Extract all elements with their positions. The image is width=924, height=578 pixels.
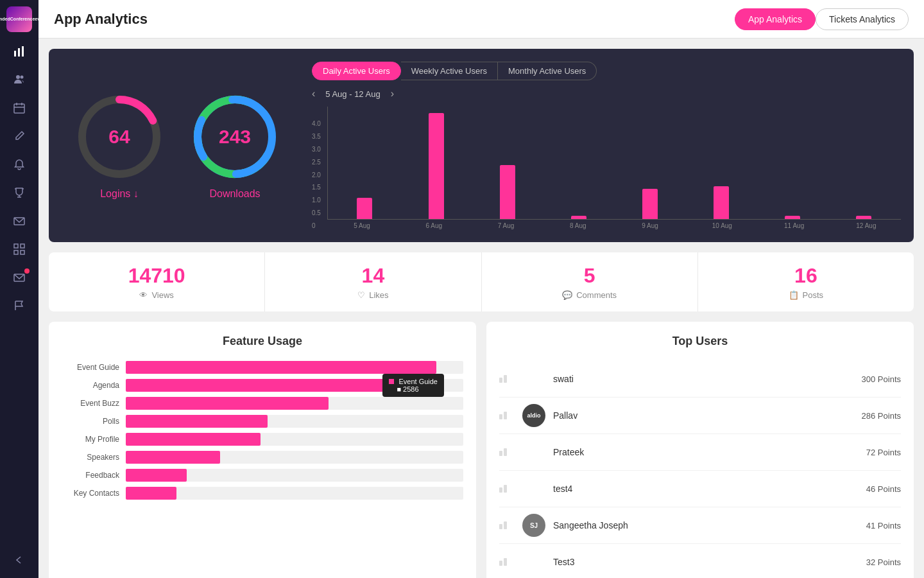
x-label-8aug: 8 Aug (543, 222, 613, 229)
feature-track-event-guide (126, 361, 463, 374)
bar-10aug (687, 186, 756, 219)
feature-fill-speakers (126, 451, 220, 464)
x-label-12aug: 12 Aug (832, 222, 901, 229)
chart-header: Daily Active Users Weekly Active Users M… (312, 62, 901, 80)
rank-bar-1 (499, 451, 502, 456)
y-axis: 4.0 3.5 3.0 2.5 2.0 1.5 1.0 0.5 0 (312, 120, 321, 229)
feature-label-key-contacts: Key Contacts (62, 489, 119, 498)
feature-label-my-profile: My Profile (62, 435, 119, 444)
rank-bar-2 (504, 375, 507, 383)
bar-fill-6aug (429, 113, 444, 219)
x-axis-labels: 5 Aug 6 Aug 7 Aug 8 Aug 9 Aug 10 Aug 11 … (327, 222, 901, 229)
chart-prev-arrow[interactable]: ‹ (312, 88, 315, 100)
feature-usage-chart: Event Guide ■ 2586 Event Guide Agenda (62, 361, 463, 500)
feature-row-event-guide: Event Guide (62, 361, 463, 374)
header: App Analytics App Analytics Tickets Anal… (38, 0, 924, 39)
feature-usage-panel: Feature Usage Event Guide ■ 2586 Event G… (49, 322, 476, 578)
logins-circle: 64 (74, 92, 164, 182)
feature-fill-my-profile (126, 433, 261, 446)
y-label-20: 2.0 (312, 171, 321, 179)
feature-row-feedback: Feedback (62, 469, 463, 482)
feature-row-polls: Polls (62, 415, 463, 428)
rank-bars-sangeetha (499, 521, 515, 529)
content-area: 64 Logins ↓ 243 Downloads (38, 39, 924, 578)
tab-app-analytics[interactable]: App Analytics (735, 8, 816, 30)
bar-fill-11aug (785, 216, 800, 219)
stats-row: 14710 👁 Views 14 ♡ Likes 5 💬 Comments (49, 252, 914, 311)
feature-fill-feedback (126, 469, 187, 482)
y-label-10: 1.0 (312, 197, 321, 204)
stat-likes-label: ♡ Likes (357, 290, 388, 300)
top-users-title: Top Users (499, 335, 901, 348)
stat-posts: 16 📋 Posts (698, 252, 914, 311)
stat-likes: 14 ♡ Likes (265, 252, 481, 311)
stat-comments-label: 💬 Comments (562, 290, 617, 300)
svg-rect-2 (22, 46, 24, 57)
user-points-sangeetha: 41 Points (866, 521, 901, 530)
user-points-test4: 46 Points (866, 484, 901, 494)
sidebar-item-envelope[interactable] (6, 209, 32, 232)
user-row-prateek: Prateek 72 Points (499, 434, 901, 471)
sidebar-item-trophy[interactable] (6, 181, 32, 204)
feature-row-event-buzz: Event Buzz (62, 397, 463, 410)
sidebar-item-flag[interactable] (6, 294, 32, 317)
stat-views-label: 👁 Views (139, 290, 173, 300)
y-label-15: 1.5 (312, 184, 321, 191)
sidebar: Branded Conference event (0, 0, 38, 578)
rank-bar-2 (504, 448, 507, 456)
main-content: App Analytics App Analytics Tickets Anal… (38, 0, 924, 578)
tab-daily[interactable]: Daily Active Users (312, 62, 401, 80)
sidebar-item-edit[interactable] (6, 125, 32, 148)
feature-track-polls (126, 415, 463, 428)
feature-row-agenda: Agenda (62, 379, 463, 392)
user-points-prateek: 72 Points (866, 448, 901, 457)
y-label-30: 3.0 (312, 146, 321, 153)
feature-label-event-buzz: Event Buzz (62, 399, 119, 408)
user-name-test3: Test3 (553, 557, 859, 567)
x-label-9aug: 9 Aug (615, 222, 685, 229)
chart-next-arrow[interactable]: › (391, 88, 394, 100)
tab-tickets-analytics[interactable]: Tickets Analytics (816, 8, 909, 30)
tab-monthly[interactable]: Monthly Active Users (498, 62, 597, 80)
logins-value: 64 (108, 126, 130, 148)
sidebar-item-users[interactable] (6, 68, 32, 91)
user-row-test3: Test3 32 Points (499, 544, 901, 578)
page-title: App Analytics (54, 11, 148, 28)
user-row-test4: test4 46 Points (499, 471, 901, 507)
rank-bars-pallav (499, 412, 515, 419)
bottom-section: Feature Usage Event Guide ■ 2586 Event G… (49, 322, 914, 578)
bar-fill-10aug (714, 186, 729, 219)
feature-row-speakers: Speakers (62, 451, 463, 464)
rank-bar-2 (504, 521, 507, 529)
tab-weekly[interactable]: Weekly Active Users (401, 62, 498, 80)
sidebar-item-back[interactable] (6, 548, 32, 572)
user-points-swati: 300 Points (862, 374, 901, 384)
x-label-7aug: 7 Aug (471, 222, 540, 229)
y-label-0: 0 (312, 222, 321, 229)
x-label-11aug: 11 Aug (760, 222, 829, 229)
stat-views: 14710 👁 Views (49, 252, 265, 311)
feature-track-feedback (126, 469, 463, 482)
feature-row-key-contacts: Key Contacts (62, 487, 463, 500)
feature-track-agenda (126, 379, 463, 392)
feature-fill-polls (126, 415, 268, 428)
avatar-pallav: aldio (522, 404, 545, 427)
stat-comments-value: 5 (584, 264, 595, 288)
rank-bars-swati (499, 375, 515, 383)
circles-section: 64 Logins ↓ 243 Downloads (62, 62, 299, 229)
bar-chart-area: 4.0 3.5 3.0 2.5 2.0 1.5 1.0 0.5 0 (312, 107, 901, 229)
bar-fill-5aug (357, 198, 372, 219)
sidebar-item-analytics[interactable] (6, 40, 32, 63)
bars-container: 5 Aug 6 Aug 7 Aug 8 Aug 9 Aug 10 Aug 11 … (327, 107, 901, 229)
logins-label: Logins ↓ (100, 188, 139, 200)
sidebar-item-grid[interactable] (6, 238, 32, 261)
bar-12aug (830, 216, 898, 219)
chart-tabs: Daily Active Users Weekly Active Users M… (312, 62, 597, 80)
sidebar-item-notifications[interactable] (6, 153, 32, 176)
sidebar-item-mail[interactable] (6, 266, 32, 289)
stat-comments: 5 💬 Comments (482, 252, 698, 311)
bar-11aug (758, 216, 827, 219)
sidebar-item-calendar[interactable] (6, 96, 32, 119)
feature-fill-event-buzz (126, 397, 329, 410)
svg-rect-14 (14, 250, 18, 254)
